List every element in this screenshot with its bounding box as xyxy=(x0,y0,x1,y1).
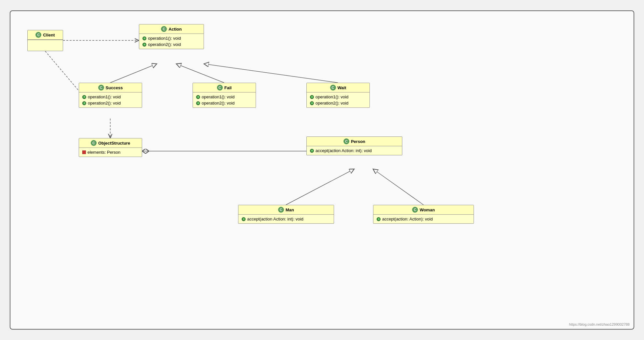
green-dot-icon xyxy=(82,101,86,105)
success-method-1: operation1(): void xyxy=(82,94,139,100)
woman-header: C Woman xyxy=(373,205,474,215)
man-body: accept(action Action: int): void xyxy=(238,215,334,223)
action-header: C Action xyxy=(139,24,204,34)
objectstructure-name: ObjectStructure xyxy=(98,141,130,146)
fail-body: operation1(): void operation2(): void xyxy=(193,92,256,107)
svg-line-3 xyxy=(176,64,224,83)
man-header: C Man xyxy=(238,205,334,215)
objectstructure-body: elements: Person xyxy=(79,148,142,157)
person-class: C Person accept(action Action: int): voi… xyxy=(306,136,402,155)
success-header: C Success xyxy=(79,83,142,92)
person-header: C Person xyxy=(307,137,402,146)
client-header: C Client xyxy=(28,30,63,40)
woman-name: Woman xyxy=(420,207,435,212)
svg-line-2 xyxy=(110,64,157,83)
person-method-1: accept(action Action: int): void xyxy=(310,148,399,154)
green-dot-icon xyxy=(310,149,314,153)
green-dot-icon xyxy=(142,43,146,47)
green-dot-icon xyxy=(196,101,200,105)
svg-line-8 xyxy=(373,169,423,205)
wait-class: C Wait operation1(): void operation2(): … xyxy=(306,83,370,108)
success-name: Success xyxy=(106,85,123,90)
objectstructure-class: C ObjectStructure elements: Person xyxy=(79,138,142,157)
client-class: C Client xyxy=(27,30,63,51)
green-dot-icon xyxy=(82,95,86,99)
action-icon: C xyxy=(161,26,167,32)
wait-name: Wait xyxy=(338,85,346,90)
fail-icon: C xyxy=(217,85,223,91)
woman-method-1: accept(action: Action): void xyxy=(377,216,470,222)
success-body: operation1(): void operation2(): void xyxy=(79,92,142,107)
objectstructure-header: C ObjectStructure xyxy=(79,138,142,148)
fail-method-1: operation1(): void xyxy=(196,94,252,100)
action-body: operation1(): void operation2(): void xyxy=(139,34,204,49)
person-icon: C xyxy=(343,138,349,144)
red-square-icon xyxy=(82,150,86,154)
objectstructure-field-1: elements: Person xyxy=(82,149,139,155)
wait-icon: C xyxy=(330,85,336,91)
person-name: Person xyxy=(351,139,365,144)
green-dot-icon xyxy=(377,217,381,221)
action-class: C Action operation1(): void operation2()… xyxy=(139,24,204,49)
green-dot-icon xyxy=(310,95,314,99)
action-method-2: operation2(): void xyxy=(142,41,200,48)
wait-body: operation1(): void operation2(): void xyxy=(307,92,369,107)
client-name: Client xyxy=(43,33,55,37)
success-class: C Success operation1(): void operation2(… xyxy=(79,83,142,108)
wait-method-1: operation1(): void xyxy=(310,94,366,100)
man-name: Man xyxy=(286,207,294,212)
green-dot-icon xyxy=(242,217,246,221)
fail-name: Fail xyxy=(224,85,232,90)
diagram-canvas: C Client C Action operation1(): void ope… xyxy=(10,10,634,330)
arrows-layer xyxy=(10,11,634,329)
green-dot-icon xyxy=(142,36,146,40)
objectstructure-icon: C xyxy=(91,140,97,146)
fail-header: C Fail xyxy=(193,83,256,92)
woman-body: accept(action: Action): void xyxy=(373,215,474,223)
person-body: accept(action Action: int): void xyxy=(307,146,402,155)
woman-class: C Woman accept(action: Action): void xyxy=(373,205,474,224)
svg-line-7 xyxy=(286,169,354,205)
green-dot-icon xyxy=(310,101,314,105)
green-dot-icon xyxy=(196,95,200,99)
wait-header: C Wait xyxy=(307,83,369,92)
watermark: https://blog.csdn.net/zhao1299002788 xyxy=(569,322,630,326)
wait-method-2: operation2(): void xyxy=(310,100,366,106)
success-method-2: operation2(): void xyxy=(82,100,139,106)
fail-method-2: operation2(): void xyxy=(196,100,252,106)
woman-icon: C xyxy=(412,207,418,213)
man-class: C Man accept(action Action: int): void xyxy=(238,205,334,224)
client-icon: C xyxy=(35,32,41,38)
action-name: Action xyxy=(168,27,181,32)
action-method-1: operation1(): void xyxy=(142,35,200,41)
man-method-1: accept(action Action: int): void xyxy=(242,216,330,222)
svg-line-4 xyxy=(204,64,338,83)
success-icon: C xyxy=(98,85,104,91)
man-icon: C xyxy=(278,207,284,213)
fail-class: C Fail operation1(): void operation2(): … xyxy=(193,83,256,108)
